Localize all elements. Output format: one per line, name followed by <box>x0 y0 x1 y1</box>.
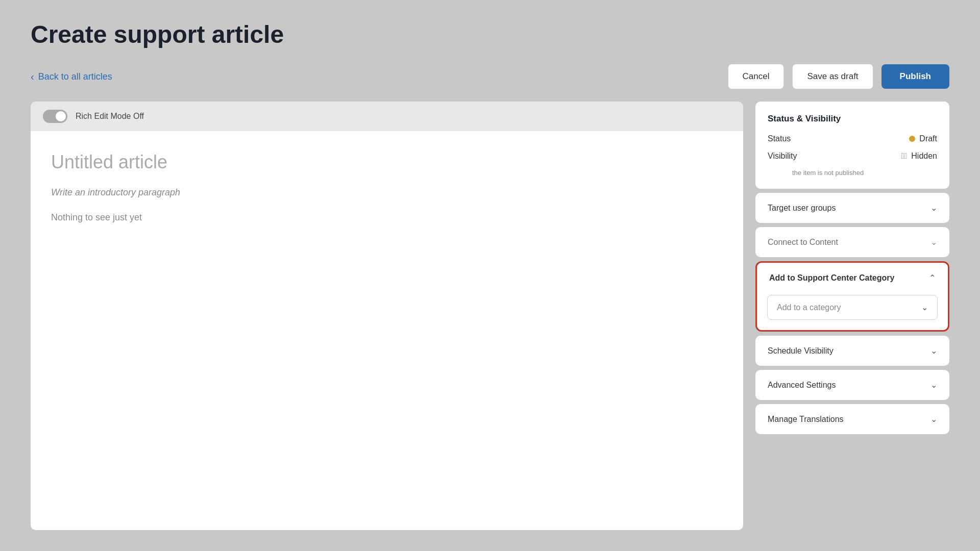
add-to-category-header[interactable]: Add to Support Center Category ⌃ <box>757 263 948 293</box>
save-draft-button[interactable]: Save as draft <box>792 64 873 89</box>
connect-to-content-header[interactable]: Connect to Content ⌄ <box>755 227 949 257</box>
hidden-eye-icon: 👁⃠ <box>901 152 908 161</box>
status-visibility-section: Status & Visibility Status Draft Visibil… <box>755 102 949 189</box>
rich-edit-bar: Rich Edit Mode Off <box>31 102 743 131</box>
content-area: Rich Edit Mode Off Untitled article Writ… <box>31 102 949 530</box>
top-actions: Cancel Save as draft Publish <box>728 64 950 89</box>
visibility-value: 👁⃠ Hidden <box>901 152 937 161</box>
status-text: Draft <box>919 134 937 143</box>
target-user-groups-chevron-icon: ⌄ <box>930 203 937 213</box>
back-arrow-icon: ‹ <box>31 71 34 83</box>
editor-panel: Rich Edit Mode Off Untitled article Writ… <box>31 102 743 530</box>
publish-button[interactable]: Publish <box>881 64 949 89</box>
connect-to-content-section: Connect to Content ⌄ <box>755 227 949 257</box>
article-intro[interactable]: Write an introductory paragraph <box>51 187 723 198</box>
schedule-visibility-chevron-icon: ⌄ <box>930 346 937 356</box>
manage-translations-label: Manage Translations <box>768 415 844 424</box>
advanced-settings-chevron-icon: ⌄ <box>930 380 937 390</box>
connect-to-content-label: Connect to Content <box>768 238 838 247</box>
schedule-visibility-header[interactable]: Schedule Visibility ⌄ <box>755 336 949 366</box>
status-visibility-title: Status & Visibility <box>768 114 937 124</box>
target-user-groups-header[interactable]: Target user groups ⌄ <box>755 193 949 223</box>
page-wrapper: Create support article ‹ Back to all art… <box>0 0 980 551</box>
status-dot-icon <box>909 136 915 142</box>
manage-translations-section: Manage Translations ⌄ <box>755 404 949 434</box>
top-bar: ‹ Back to all articles Cancel Save as dr… <box>31 64 949 89</box>
visibility-sub-text: the item is not published <box>792 169 937 177</box>
back-to-articles-link[interactable]: ‹ Back to all articles <box>31 71 112 83</box>
advanced-settings-section: Advanced Settings ⌄ <box>755 370 949 400</box>
status-label: Status <box>768 134 791 143</box>
add-to-category-body: Add to a category ⌄ <box>757 293 948 330</box>
advanced-settings-header[interactable]: Advanced Settings ⌄ <box>755 370 949 400</box>
article-editor[interactable]: Untitled article Write an introductory p… <box>31 131 743 530</box>
category-dropdown-chevron-icon: ⌄ <box>921 303 928 312</box>
add-to-category-section: Add to Support Center Category ⌃ Add to … <box>755 261 949 332</box>
status-row: Status Draft <box>768 134 937 143</box>
rich-edit-label: Rich Edit Mode Off <box>76 112 144 121</box>
visibility-text: Hidden <box>911 152 937 161</box>
target-user-groups-section: Target user groups ⌄ <box>755 193 949 223</box>
manage-translations-chevron-icon: ⌄ <box>930 414 937 424</box>
manage-translations-header[interactable]: Manage Translations ⌄ <box>755 404 949 434</box>
category-dropdown[interactable]: Add to a category ⌄ <box>767 295 938 320</box>
rich-edit-toggle[interactable] <box>43 110 67 123</box>
add-to-category-chevron-icon: ⌃ <box>929 273 936 283</box>
schedule-visibility-label: Schedule Visibility <box>768 346 834 356</box>
visibility-row: Visibility 👁⃠ Hidden <box>768 152 937 161</box>
target-user-groups-label: Target user groups <box>768 204 836 213</box>
visibility-label: Visibility <box>768 152 797 161</box>
add-to-category-label: Add to Support Center Category <box>769 273 894 283</box>
cancel-button[interactable]: Cancel <box>728 64 785 89</box>
article-body[interactable]: Nothing to see just yet <box>51 212 723 223</box>
connect-to-content-chevron-icon: ⌄ <box>930 237 937 247</box>
status-value: Draft <box>909 134 937 143</box>
schedule-visibility-section: Schedule Visibility ⌄ <box>755 336 949 366</box>
category-dropdown-placeholder: Add to a category <box>777 303 841 312</box>
back-link-text: Back to all articles <box>38 71 112 82</box>
page-title: Create support article <box>31 20 949 48</box>
advanced-settings-label: Advanced Settings <box>768 381 836 390</box>
sidebar-panel: Status & Visibility Status Draft Visibil… <box>755 102 949 530</box>
article-title[interactable]: Untitled article <box>51 152 723 173</box>
